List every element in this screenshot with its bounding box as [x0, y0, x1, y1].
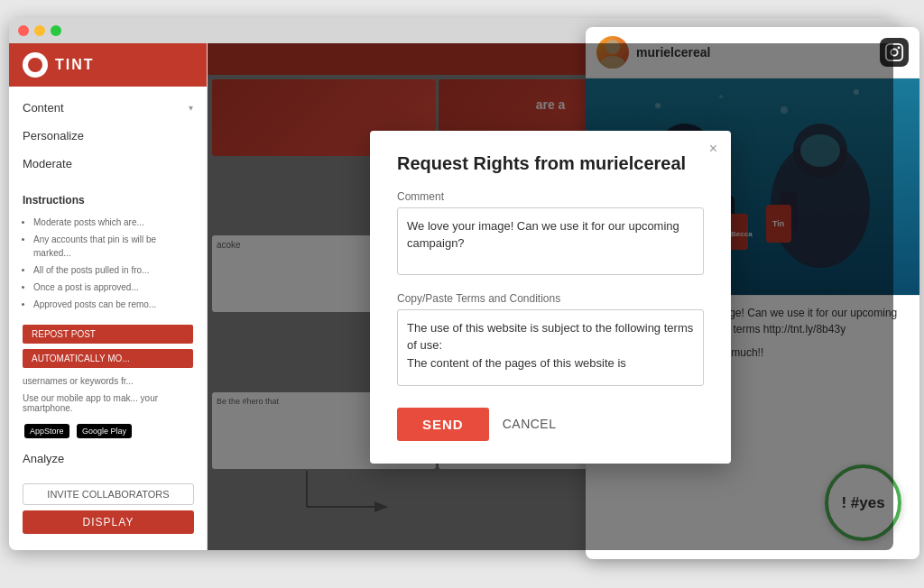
mobile-text: Use our mobile app to mak... your smartp…	[9, 389, 207, 418]
modal-close-button[interactable]: ×	[709, 142, 717, 156]
instruction-item: Once a post is approved...	[33, 280, 193, 294]
app-store-links: AppStore Google Play	[9, 418, 207, 445]
app-title: TINT	[55, 57, 95, 73]
browser-window: TINT Content ▾ Personalize Moderate Inst…	[9, 18, 893, 550]
modal-title: Request Rights from murielcereal	[397, 153, 704, 174]
tint-logo	[23, 52, 48, 78]
modal-actions: SEND CANCEL	[397, 408, 704, 441]
invite-collaborators-button[interactable]: INVITE COLLABORATORS	[23, 483, 194, 505]
sidebar-item-content-label: Content	[23, 101, 64, 115]
sidebar-item-content[interactable]: Content ▾	[9, 94, 207, 122]
sidebar-item-personalize-label: Personalize	[23, 129, 84, 142]
sidebar-item-analyze[interactable]: Analyze	[9, 445, 207, 473]
auto-desc: usernames or keywords fr...	[9, 373, 207, 389]
main-content: BLOG SUPPORT LOGGED IN AS COCACOLA OT...…	[208, 43, 893, 550]
instructions-title: Instructions	[9, 185, 207, 211]
instruction-item: Any accounts that pin is will be marked.…	[33, 233, 193, 260]
terms-input[interactable]	[397, 309, 704, 386]
comment-label: Comment	[397, 190, 704, 203]
close-dot[interactable]	[18, 25, 29, 36]
sidebar-header: TINT	[9, 43, 207, 87]
terms-label: Copy/Paste Terms and Conditions	[397, 292, 704, 305]
sidebar-instructions: Moderate posts which are... Any accounts…	[9, 211, 207, 319]
auto-moderate-button[interactable]: AUTOMATICALLY MO...	[23, 349, 193, 368]
googleplay-button[interactable]: Google Play	[77, 424, 132, 438]
comment-input[interactable]	[397, 207, 704, 275]
sidebar-item-moderate-label: Moderate	[23, 157, 72, 170]
instruction-item: Approved posts can be remo...	[33, 298, 193, 311]
terms-section: Copy/Paste Terms and Conditions	[397, 292, 704, 390]
display-button[interactable]: DISPLAY	[23, 510, 194, 534]
svg-point-4	[898, 47, 901, 50]
chevron-down-icon: ▾	[189, 103, 193, 113]
modal-overlay: × Request Rights from murielcereal Comme…	[208, 43, 893, 550]
app-container: TINT Content ▾ Personalize Moderate Inst…	[9, 43, 893, 550]
cancel-button[interactable]: CANCEL	[503, 417, 557, 431]
sidebar-nav: Content ▾ Personalize Moderate	[9, 87, 207, 185]
analyze-label: Analyze	[23, 452, 64, 465]
maximize-dot[interactable]	[51, 25, 61, 36]
sidebar-item-personalize[interactable]: Personalize	[9, 122, 207, 150]
appstore-button[interactable]: AppStore	[24, 424, 69, 438]
sidebar: TINT Content ▾ Personalize Moderate Inst…	[9, 43, 208, 550]
instruction-item: Moderate posts which are...	[33, 216, 193, 229]
instruction-item: All of the posts pulled in fro...	[33, 263, 193, 277]
auto-moderate-label: AUTOMATICALLY MO...	[32, 354, 130, 363]
request-rights-modal: × Request Rights from murielcereal Comme…	[370, 131, 731, 464]
repost-post-button[interactable]: REPOST POST	[23, 325, 193, 344]
sidebar-footer: INVITE COLLABORATORS DISPLAY	[9, 476, 208, 541]
send-button[interactable]: SEND	[397, 408, 489, 441]
sidebar-item-moderate[interactable]: Moderate	[9, 150, 207, 178]
tint-logo-inner	[28, 58, 42, 72]
minimize-dot[interactable]	[34, 25, 45, 36]
